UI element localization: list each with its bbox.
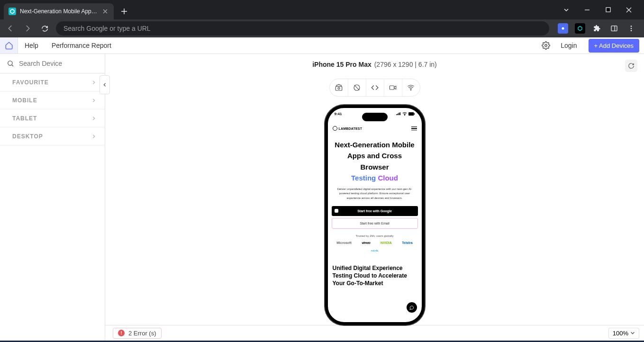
- svg-rect-8: [336, 86, 342, 90]
- sidebar-group-label: TABLET: [12, 115, 37, 122]
- omnibox-placeholder: Search Google or type a URL: [63, 25, 151, 32]
- omnibox[interactable]: Search Google or type a URL: [56, 21, 549, 36]
- zoom-select[interactable]: 100%: [608, 328, 639, 339]
- sidebar-group-mobile[interactable]: MOBILE: [0, 91, 105, 109]
- error-count: 2 Error (s): [128, 330, 156, 337]
- main-area: FAVOURITE MOBILE TABLET DESKTOP iPhone 1…: [0, 54, 644, 341]
- svg-point-13: [404, 115, 405, 115]
- svg-point-12: [410, 90, 411, 90]
- add-devices-button[interactable]: + Add Devices: [589, 39, 639, 53]
- phone-viewport[interactable]: LAMBDATEST Next-Generation Mobile Apps a…: [328, 124, 422, 322]
- home-button[interactable]: [0, 37, 18, 54]
- help-link[interactable]: Help: [18, 37, 45, 54]
- reload-button[interactable]: [39, 23, 50, 34]
- battery-icon: [408, 112, 415, 116]
- tab-close-icon[interactable]: [101, 8, 109, 15]
- browser-chrome: Next-Generation Mobile Apps an Search Go…: [0, 0, 644, 37]
- lambdatest-logo: LAMBDATEST: [333, 126, 363, 131]
- phone-time: 9:41: [335, 112, 342, 116]
- svg-rect-14: [408, 112, 414, 116]
- sidebar-group-desktop[interactable]: DESKTOP: [0, 127, 105, 145]
- browser-tab[interactable]: Next-Generation Mobile Apps an: [4, 3, 114, 19]
- search-device-row: [0, 54, 105, 73]
- microsoft-logo: Microsoft: [336, 241, 352, 244]
- chevron-right-icon: [91, 98, 96, 103]
- phone-site-header: LAMBDATEST: [332, 124, 418, 135]
- hero-subtitle: Deliver unparalleled digital experience …: [332, 183, 418, 204]
- chevron-right-icon: [91, 116, 96, 121]
- bottom-bar: ! 2 Error (s) 100%: [105, 325, 644, 341]
- phone-frame: 9:41 LAMBDATEST Next-Generation Mobile: [325, 105, 425, 325]
- tab-favicon-icon: [9, 8, 16, 15]
- start-email-button[interactable]: Start free with Email: [332, 218, 418, 229]
- record-video-button[interactable]: [384, 79, 402, 96]
- svg-point-1: [562, 27, 564, 30]
- extensions-puzzle-icon[interactable]: [592, 23, 602, 34]
- chevron-right-icon: [91, 80, 96, 85]
- svg-point-5: [631, 30, 632, 31]
- app-header: Help Performance Report Login + Add Devi…: [0, 37, 644, 54]
- chevron-right-icon: [91, 134, 96, 139]
- forward-button[interactable]: [22, 23, 33, 34]
- svg-rect-0: [606, 8, 610, 12]
- chat-bubble-icon[interactable]: [407, 302, 417, 313]
- sidebar: FAVOURITE MOBILE TABLET DESKTOP: [0, 54, 105, 341]
- sidebar-group-label: DESKTOP: [12, 133, 43, 140]
- error-pill[interactable]: ! 2 Error (s): [113, 328, 162, 339]
- browser-menu-icon[interactable]: [626, 23, 636, 34]
- search-device-input[interactable]: [19, 60, 102, 67]
- tab-search-icon[interactable]: [561, 4, 572, 16]
- new-tab-button[interactable]: [118, 5, 131, 18]
- phone-status-bar: 9:41: [328, 112, 422, 116]
- chevron-down-icon: [630, 331, 635, 335]
- svg-rect-15: [414, 113, 414, 115]
- svg-point-6: [545, 45, 547, 47]
- minimize-icon[interactable]: [581, 4, 593, 16]
- nvidia-logo: NVIDIA: [381, 241, 392, 244]
- back-button[interactable]: [5, 23, 16, 34]
- search-icon: [7, 60, 14, 67]
- svg-point-9: [338, 87, 340, 89]
- signal-icon: [396, 112, 401, 116]
- devtools-button[interactable]: [366, 79, 384, 96]
- zoom-value: 100%: [613, 330, 628, 337]
- svg-point-7: [8, 61, 12, 65]
- device-toolbar: [105, 79, 644, 97]
- unified-heading: Unified Digital Experience Testing Cloud…: [332, 252, 418, 288]
- login-link[interactable]: Login: [554, 37, 583, 54]
- network-button[interactable]: [402, 79, 420, 96]
- device-dimensions: (2796 x 1290 | 6.7 in): [374, 61, 437, 68]
- maximize-icon[interactable]: [602, 4, 614, 16]
- collapse-sidebar-button[interactable]: [100, 75, 110, 94]
- google-icon: [335, 209, 338, 213]
- settings-gear-icon[interactable]: [538, 37, 554, 54]
- svg-point-4: [631, 28, 632, 29]
- start-google-button[interactable]: Start free with Google: [332, 206, 418, 216]
- telstra-logo: Telstra: [402, 241, 412, 244]
- side-panel-icon[interactable]: [609, 23, 619, 34]
- screenshot-button[interactable]: [330, 79, 348, 96]
- phone-preview-wrap: 9:41 LAMBDATEST Next-Generation Mobile: [105, 105, 644, 325]
- vimeo-logo: vimeo: [362, 241, 370, 244]
- tab-strip: Next-Generation Mobile Apps an: [0, 0, 644, 19]
- trusted-text: Trusted by 2M+ users globally: [332, 234, 418, 237]
- device-label-row: iPhone 15 Pro Max (2796 x 1290 | 6.7 in): [105, 58, 644, 71]
- refresh-preview-button[interactable]: [625, 60, 637, 72]
- error-badge-icon: !: [118, 330, 125, 336]
- close-window-icon[interactable]: [623, 4, 635, 16]
- address-bar: Search Google or type a URL: [0, 19, 644, 37]
- performance-report-link[interactable]: Performance Report: [45, 37, 118, 54]
- extension-icon-1[interactable]: [558, 23, 568, 34]
- window-controls: [561, 0, 644, 19]
- sidebar-group-favourite[interactable]: FAVOURITE: [0, 73, 105, 91]
- extension-icon-2[interactable]: [575, 23, 585, 34]
- hero-title: Next-Generation Mobile Apps and Cross Br…: [332, 135, 418, 183]
- hamburger-menu-icon[interactable]: [411, 126, 417, 131]
- brand-logo-row: Microsoft vimeo NVIDIA Telstra: [332, 241, 418, 244]
- tab-title: Next-Generation Mobile Apps an: [20, 8, 98, 15]
- rotate-button[interactable]: [348, 79, 366, 96]
- sidebar-group-tablet[interactable]: TABLET: [0, 109, 105, 127]
- content-area: iPhone 15 Pro Max (2796 x 1290 | 6.7 in)…: [105, 54, 644, 341]
- wifi-icon: [402, 112, 407, 116]
- device-name: iPhone 15 Pro Max: [312, 61, 371, 68]
